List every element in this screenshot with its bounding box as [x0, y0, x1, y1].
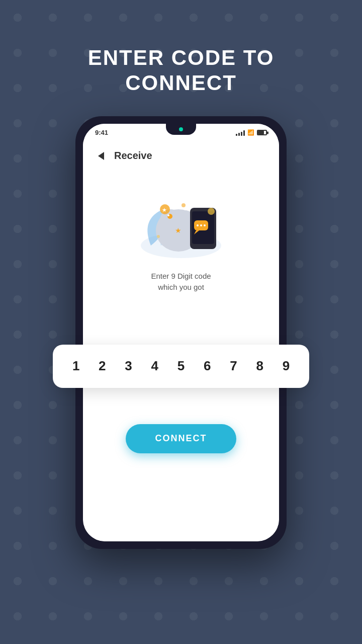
- app-header: Receive: [83, 142, 279, 170]
- back-arrow-icon: [98, 152, 104, 160]
- signal-icon: [236, 130, 245, 136]
- page-title: ENTER CODE TO CONNECT: [88, 45, 275, 96]
- phone-mockup: 9:41 📶 Receiv: [75, 116, 287, 549]
- svg-point-13: [204, 224, 206, 226]
- svg-point-12: [200, 224, 202, 226]
- code-input-row[interactable]: 1 2 3 4 5 6 7 8 9: [53, 345, 309, 388]
- connect-button[interactable]: CONNECT: [126, 424, 236, 453]
- svg-point-18: [157, 235, 160, 238]
- svg-point-5: [167, 214, 169, 216]
- phone-screen-container: 9:41 📶 Receiv: [83, 124, 279, 541]
- svg-point-16: [208, 208, 215, 215]
- svg-text:★: ★: [175, 226, 182, 234]
- digit-9[interactable]: 9: [276, 356, 297, 377]
- svg-point-17: [182, 203, 186, 207]
- status-bar: 9:41 📶: [83, 124, 279, 142]
- notch-dot: [179, 127, 183, 131]
- digit-3[interactable]: 3: [118, 356, 139, 377]
- digit-7[interactable]: 7: [223, 356, 244, 377]
- instruction-text: Enter 9 Digit code which you got: [151, 271, 211, 293]
- phone-screen: 9:41 📶 Receiv: [83, 124, 279, 541]
- screen-title: Receive: [114, 150, 152, 162]
- digit-6[interactable]: 6: [197, 356, 218, 377]
- svg-point-11: [197, 224, 199, 226]
- connect-button-label: CONNECT: [155, 433, 207, 444]
- status-icons: 📶: [236, 129, 267, 136]
- digit-1[interactable]: 1: [65, 356, 86, 377]
- notch: [166, 124, 196, 135]
- digit-8[interactable]: 8: [249, 356, 270, 377]
- digit-2[interactable]: 2: [92, 356, 113, 377]
- svg-text:★: ★: [162, 207, 167, 213]
- battery-icon: [257, 130, 267, 135]
- illustration: ★ ★: [131, 180, 231, 261]
- wifi-icon: 📶: [247, 129, 254, 136]
- status-time: 9:41: [95, 129, 108, 136]
- digit-5[interactable]: 5: [170, 356, 192, 377]
- back-button[interactable]: [93, 148, 109, 164]
- digit-4[interactable]: 4: [144, 356, 165, 377]
